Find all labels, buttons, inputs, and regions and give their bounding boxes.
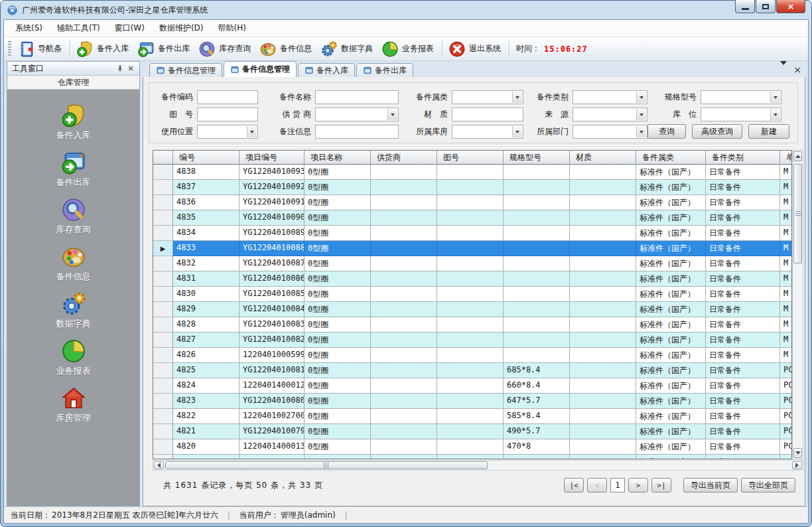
- cell-cat[interactable]: 日常备件: [706, 241, 780, 256]
- cell-unit[interactable]: PC: [780, 394, 792, 409]
- chevron-down-icon[interactable]: [770, 92, 780, 103]
- drawing-no-field[interactable]: [197, 108, 258, 121]
- cell-name[interactable]: 0型圈: [304, 165, 371, 180]
- vertical-scroll-thumb[interactable]: [793, 164, 802, 264]
- cell-drawing[interactable]: [437, 333, 504, 348]
- table-row[interactable]: 482012204014000130型圈470*8标准件（国产）日常备件PC: [153, 439, 791, 455]
- scroll-up-icon[interactable]: [793, 151, 802, 161]
- table-row[interactable]: 4831YG122040100860型圈标准件（国产）日常备件M: [153, 271, 791, 287]
- cell-cat[interactable]: 日常备件: [706, 378, 780, 394]
- cell-material[interactable]: [570, 409, 636, 424]
- cell-unit[interactable]: M: [780, 226, 792, 241]
- cell-cat[interactable]: 日常备件: [706, 210, 780, 226]
- table-row[interactable]: 4832YG122040100870型圈标准件（国产）日常备件M: [153, 256, 791, 271]
- cell-drawing[interactable]: [437, 317, 504, 333]
- table-row[interactable]: ▶4833YG122040100880型圈标准件（国产）日常备件M: [153, 241, 791, 256]
- cell-drawing[interactable]: [437, 226, 504, 241]
- table-row[interactable]: 4825YG122040100810型圈685*8.4标准件（国产）日常备件PC: [153, 363, 791, 378]
- location-select[interactable]: [701, 108, 781, 121]
- cell-attr[interactable]: 标准件（国产）: [636, 210, 706, 226]
- cell-id[interactable]: 4838: [173, 165, 239, 180]
- row-selector-cell[interactable]: [153, 409, 173, 424]
- cell-cat[interactable]: 日常备件: [706, 302, 780, 317]
- cell-cat[interactable]: 日常备件: [706, 256, 780, 271]
- cell-spec[interactable]: [504, 226, 570, 241]
- export-current-page-button[interactable]: 导出当前页: [683, 478, 738, 492]
- tab-3[interactable]: 备件入库: [298, 63, 355, 77]
- cell-attr[interactable]: 标准件（国产）: [636, 455, 706, 459]
- row-selector-cell[interactable]: [153, 378, 173, 394]
- cell-supplier[interactable]: [371, 195, 437, 210]
- cell-material[interactable]: [570, 363, 636, 378]
- column-header-cat[interactable]: 备件类别: [706, 151, 780, 165]
- tool-window-close-icon[interactable]: ×: [125, 63, 136, 74]
- scroll-left-icon[interactable]: [154, 461, 164, 469]
- cell-material[interactable]: [570, 287, 636, 302]
- last-page-button[interactable]: >|: [651, 478, 671, 492]
- cell-material[interactable]: [570, 424, 636, 439]
- cell-attr[interactable]: 标准件（国产）: [636, 302, 706, 317]
- table-row[interactable]: 4823YG122040100800型圈647*5.7标准件（国产）日常备件PC: [153, 394, 791, 409]
- cell-id[interactable]: 4832: [173, 256, 239, 271]
- cell-project_no[interactable]: 1220401400012: [239, 378, 304, 394]
- cell-name[interactable]: 0型圈: [304, 455, 371, 459]
- cell-name[interactable]: 0型圈: [304, 226, 371, 241]
- cell-id[interactable]: 4826: [173, 348, 239, 363]
- cell-spec[interactable]: [504, 165, 570, 180]
- menu-help[interactable]: 帮助(H): [211, 20, 253, 37]
- cell-spec[interactable]: [504, 302, 570, 317]
- parts-table[interactable]: 编号项目编号项目名称供货商图号规格型号材质备件属类备件类别单位4838YG122…: [153, 150, 792, 459]
- cell-spec[interactable]: [504, 333, 570, 348]
- cell-supplier[interactable]: [371, 424, 437, 439]
- cell-project_no[interactable]: 1220401002700: [239, 409, 304, 424]
- cell-cat[interactable]: 日常备件: [706, 394, 780, 409]
- cell-name[interactable]: 0型圈: [304, 424, 371, 439]
- cell-unit[interactable]: M: [780, 287, 792, 302]
- row-selector-cell[interactable]: [153, 256, 173, 271]
- minimize-button[interactable]: [735, 0, 755, 13]
- cell-unit[interactable]: M: [780, 348, 792, 363]
- row-selector-cell[interactable]: [153, 455, 173, 459]
- cell-unit[interactable]: M: [780, 165, 792, 180]
- chevron-down-icon[interactable]: [770, 109, 780, 120]
- table-row[interactable]: 4836YG122040100910型圈标准件（国产）日常备件M: [153, 195, 791, 210]
- cell-spec[interactable]: [504, 317, 570, 333]
- material-field[interactable]: [452, 108, 523, 121]
- cell-project_no[interactable]: 1220401000599: [239, 348, 304, 363]
- table-row[interactable]: 4837YG122040100920型圈标准件（国产）日常备件M: [153, 180, 791, 195]
- horizontal-scrollbar[interactable]: [153, 460, 803, 471]
- cell-id[interactable]: 4824: [173, 378, 239, 394]
- cell-spec[interactable]: 470*8: [504, 439, 570, 455]
- cell-name[interactable]: 0型圈: [304, 195, 371, 210]
- cell-id[interactable]: 4825: [173, 363, 239, 378]
- cell-project_no[interactable]: YG12204010080: [239, 394, 304, 409]
- chevron-down-icon[interactable]: [247, 126, 257, 137]
- cell-project_no[interactable]: YG12204010092: [239, 180, 304, 195]
- cell-project_no[interactable]: YG12204010085: [239, 287, 304, 302]
- table-row[interactable]: 4830YG122040100850型圈标准件（国产）日常备件M: [153, 287, 791, 302]
- cell-attr[interactable]: 标准件（国产）: [636, 226, 706, 241]
- cell-cat[interactable]: 日常备件: [706, 424, 780, 439]
- menu-data-maintenance[interactable]: 数据维护(D): [152, 20, 211, 37]
- cell-project_no[interactable]: YG12204010079: [239, 424, 304, 439]
- cell-drawing[interactable]: [437, 271, 504, 287]
- cell-supplier[interactable]: [371, 256, 437, 271]
- sidebar-item-parts-out[interactable]: 备件出库: [56, 150, 91, 188]
- row-selector-cell[interactable]: [153, 348, 173, 363]
- cell-attr[interactable]: 标准件（国产）: [636, 241, 706, 256]
- chevron-down-icon[interactable]: [512, 92, 522, 103]
- export-all-pages-button[interactable]: 导出全部页: [741, 478, 795, 492]
- cell-cat[interactable]: 日常备件: [706, 226, 780, 241]
- column-header-supplier[interactable]: 供货商: [371, 151, 437, 165]
- cell-name[interactable]: 0型圈: [304, 317, 371, 333]
- spare-class-select[interactable]: [452, 90, 523, 104]
- row-selector-cell[interactable]: [153, 394, 173, 409]
- cell-id[interactable]: 4829: [173, 302, 239, 317]
- prev-page-button[interactable]: <: [587, 478, 607, 492]
- cell-project_no[interactable]: YG12204010088: [239, 241, 304, 256]
- cell-supplier[interactable]: [371, 180, 437, 195]
- cell-attr[interactable]: 标准件（国产）: [636, 348, 706, 363]
- advanced-query-button[interactable]: 高级查询: [692, 124, 742, 139]
- first-page-button[interactable]: |<: [564, 478, 584, 492]
- column-header-spec[interactable]: 规格型号: [504, 151, 570, 165]
